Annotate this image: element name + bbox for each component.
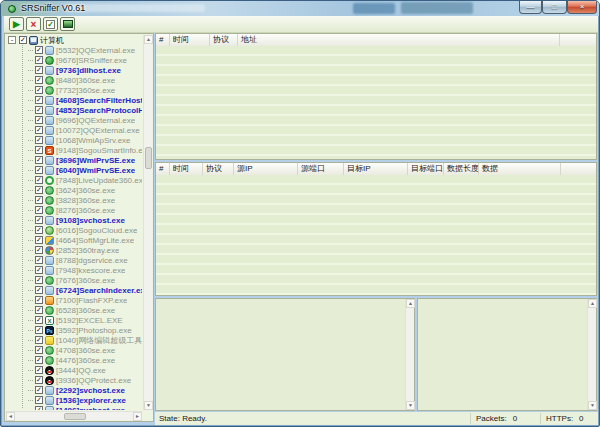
process-checkbox[interactable]: ✓ bbox=[35, 406, 43, 410]
process-checkbox[interactable]: ✓ bbox=[35, 336, 43, 344]
tree-item[interactable]: ✓[4708]360se.exe bbox=[6, 345, 142, 355]
tree-item[interactable]: ✓[8480]360se.exe bbox=[6, 75, 142, 85]
pane-right-scrollbar[interactable]: ▲ ▼ bbox=[587, 299, 596, 410]
process-checkbox[interactable]: ✓ bbox=[35, 96, 43, 104]
tree-item[interactable]: ✓[9676]SRSniffer.exe bbox=[6, 55, 142, 65]
tree-item[interactable]: ✓[3828]360se.exe bbox=[6, 195, 142, 205]
process-checkbox[interactable]: ✓ bbox=[35, 136, 43, 144]
column-header[interactable]: # bbox=[156, 163, 170, 175]
process-checkbox[interactable]: ✓ bbox=[35, 186, 43, 194]
scroll-up-icon[interactable]: ▲ bbox=[588, 299, 597, 308]
scroll-down-icon[interactable]: ▼ bbox=[406, 401, 415, 410]
column-header[interactable]: 数据长度 bbox=[444, 163, 479, 175]
titlebar[interactable]: SRSniffer V0.61 bbox=[1, 1, 599, 16]
column-header[interactable]: # bbox=[156, 34, 170, 46]
process-checkbox[interactable]: ✓ bbox=[35, 356, 43, 364]
minimize-button[interactable]: — bbox=[519, 1, 542, 14]
process-checkbox[interactable]: ✓ bbox=[35, 176, 43, 184]
tree-item[interactable]: ✓[9108]svchost.exe bbox=[6, 215, 142, 225]
process-checkbox[interactable]: ✓ bbox=[35, 316, 43, 324]
process-checkbox[interactable]: ✓ bbox=[35, 326, 43, 334]
process-checkbox[interactable]: ✓ bbox=[35, 216, 43, 224]
tree-item[interactable]: ✓[2292]svchost.exe bbox=[6, 385, 142, 395]
scroll-down-icon[interactable]: ▼ bbox=[144, 401, 153, 410]
tree-item[interactable]: ✓[9736]dllhost.exe bbox=[6, 65, 142, 75]
process-checkbox[interactable]: ✓ bbox=[35, 76, 43, 84]
tree-item[interactable]: ✓[7948]kxescore.exe bbox=[6, 265, 142, 275]
column-header[interactable]: 目标端口 bbox=[408, 163, 444, 175]
column-header[interactable]: 数据 bbox=[479, 163, 561, 175]
tree-item[interactable]: ✓[1068]WmiApSrv.exe bbox=[6, 135, 142, 145]
process-checkbox[interactable]: ✓ bbox=[19, 36, 27, 44]
process-checkbox[interactable]: ✓ bbox=[35, 106, 43, 114]
tree-item[interactable]: ✓[1040]网络编辑超级工具箱.exe bbox=[6, 335, 142, 345]
tree-item[interactable]: ✓[5532]QQExternal.exe bbox=[6, 45, 142, 55]
process-checkbox[interactable]: ✓ bbox=[35, 196, 43, 204]
tree-item[interactable]: ✓[7100]FlashFXP.exe bbox=[6, 295, 142, 305]
process-checkbox[interactable]: ✓ bbox=[35, 56, 43, 64]
column-header[interactable]: 协议 bbox=[203, 163, 234, 175]
tree-item[interactable]: ✓[7732]360se.exe bbox=[6, 85, 142, 95]
tree-item[interactable]: ✓[1536]explorer.exe bbox=[6, 395, 142, 405]
process-checkbox[interactable]: ✓ bbox=[35, 306, 43, 314]
tree-item[interactable]: ✓[4608]SearchFilterHost.exe bbox=[6, 95, 142, 105]
process-checkbox[interactable]: ✓ bbox=[35, 156, 43, 164]
tree-item[interactable]: ✓X[5192]EXCEL.EXE bbox=[6, 315, 142, 325]
tree-item[interactable]: ✓[7676]360se.exe bbox=[6, 275, 142, 285]
process-checkbox[interactable]: ✓ bbox=[35, 46, 43, 54]
scroll-up-icon[interactable]: ▲ bbox=[406, 299, 415, 308]
process-checkbox[interactable]: ✓ bbox=[35, 226, 43, 234]
tree-item[interactable]: ✓[6040]WmiPrvSE.exe bbox=[6, 165, 142, 175]
column-header[interactable]: 协议 bbox=[210, 34, 238, 46]
maximize-button[interactable]: □ bbox=[542, 1, 567, 14]
tree-item[interactable]: ✓[9696]QQExternal.exe bbox=[6, 115, 142, 125]
process-checkbox[interactable]: ✓ bbox=[35, 86, 43, 94]
tree-item[interactable]: ✓S[9148]SogouSmartInfo.exe bbox=[6, 145, 142, 155]
column-header[interactable]: 源IP bbox=[234, 163, 298, 175]
stop-capture-button[interactable]: × bbox=[26, 17, 41, 31]
scroll-down-icon[interactable]: ▼ bbox=[588, 401, 597, 410]
adapter-button[interactable] bbox=[60, 17, 75, 31]
scroll-left-icon[interactable]: ◄ bbox=[6, 412, 15, 421]
process-checkbox[interactable]: ✓ bbox=[35, 376, 43, 384]
tree-vscroll-thumb[interactable] bbox=[145, 147, 152, 169]
column-header[interactable]: 时间 bbox=[170, 34, 210, 46]
process-checkbox[interactable]: ✓ bbox=[35, 166, 43, 174]
http-requests-body[interactable] bbox=[156, 46, 596, 159]
scroll-up-icon[interactable]: ▲ bbox=[144, 35, 153, 44]
tree-item[interactable]: ✓[4852]SearchProtocolHost.exe bbox=[6, 105, 142, 115]
process-checkbox[interactable]: ✓ bbox=[35, 286, 43, 294]
pane-left-scrollbar[interactable]: ▲ ▼ bbox=[405, 299, 414, 410]
tree-item[interactable]: ✓[3696]WmiPrvSE.exe bbox=[6, 155, 142, 165]
close-button[interactable]: × bbox=[567, 1, 597, 14]
tree-item[interactable]: ✓[6724]SearchIndexer.exe bbox=[6, 285, 142, 295]
detail-pane-right[interactable]: ▲ ▼ bbox=[417, 298, 597, 411]
tree-item[interactable]: ✓[4664]SoftMgrLite.exe bbox=[6, 235, 142, 245]
column-header[interactable]: 地址 bbox=[238, 34, 560, 46]
tree-item[interactable]: ✓[3444]QQ.exe bbox=[6, 365, 142, 375]
collapse-icon[interactable]: - bbox=[8, 36, 16, 44]
process-checkbox[interactable]: ✓ bbox=[35, 276, 43, 284]
process-checkbox[interactable]: ✓ bbox=[35, 266, 43, 274]
process-checkbox[interactable]: ✓ bbox=[35, 386, 43, 394]
tree-vertical-scrollbar[interactable]: ▲ ▼ bbox=[143, 35, 152, 410]
tree-item[interactable]: ✓[8276]360se.exe bbox=[6, 205, 142, 215]
process-checkbox[interactable]: ✓ bbox=[35, 236, 43, 244]
process-checkbox[interactable]: ✓ bbox=[35, 246, 43, 254]
tree-item[interactable]: ✓[10072]QQExternal.exe bbox=[6, 125, 142, 135]
column-header[interactable]: 源端口 bbox=[298, 163, 344, 175]
tree-item[interactable]: ✓[1496]svchost.exe bbox=[6, 405, 142, 410]
filter-options-button[interactable]: ✓ bbox=[43, 17, 58, 31]
tree-item[interactable]: ✓Ps[3592]Photoshop.exe bbox=[6, 325, 142, 335]
tree-item-root[interactable]: - ✓ 计算机 bbox=[6, 35, 142, 45]
start-capture-button[interactable]: ▶ bbox=[9, 17, 24, 31]
tree-item[interactable]: ✓[6528]360se.exe bbox=[6, 305, 142, 315]
process-checkbox[interactable]: ✓ bbox=[35, 396, 43, 404]
tree-hscroll-thumb[interactable] bbox=[64, 413, 86, 420]
packets-body[interactable] bbox=[156, 175, 596, 295]
process-checkbox[interactable]: ✓ bbox=[35, 206, 43, 214]
tree-item[interactable]: ✓[4476]360se.exe bbox=[6, 355, 142, 365]
process-checkbox[interactable]: ✓ bbox=[35, 346, 43, 354]
tree-item[interactable]: ✓[7848]LiveUpdate360.exe bbox=[6, 175, 142, 185]
scroll-right-icon[interactable]: ► bbox=[133, 412, 142, 421]
